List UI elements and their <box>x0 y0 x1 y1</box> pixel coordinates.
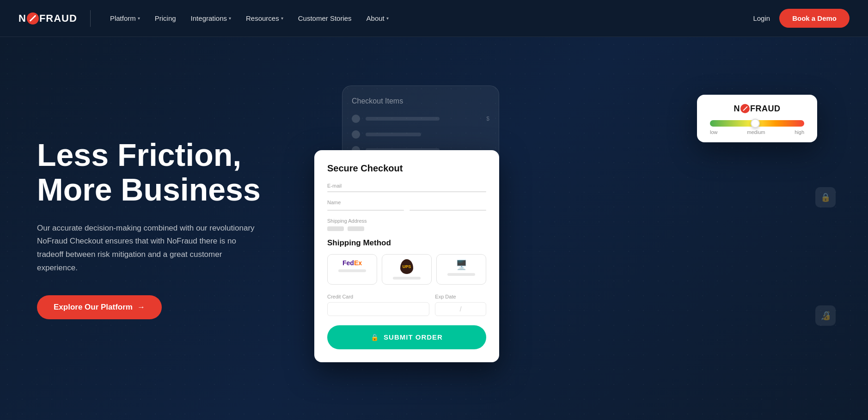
nav-left: N FRAUD Platform ▾ Pricing Integrations … <box>18 10 395 27</box>
shipping-method-title: Shipping Method <box>327 238 486 248</box>
lock-icon-small: 🔒 <box>371 334 379 341</box>
logo[interactable]: N FRAUD <box>18 12 77 24</box>
nav-integrations[interactable]: Integrations ▾ <box>184 11 238 26</box>
addr-box2 <box>348 226 364 231</box>
bg-circle <box>352 130 360 139</box>
chevron-down-icon: ▾ <box>229 16 231 21</box>
book-demo-button[interactable]: Book a Demo <box>779 9 850 28</box>
fraud-meter-dot <box>751 119 760 128</box>
nav-about[interactable]: About ▾ <box>360 11 395 26</box>
credit-card-input[interactable] <box>327 302 429 316</box>
credit-card-label: Credit Card <box>327 294 429 299</box>
bg-mockup-row: $ <box>352 115 489 123</box>
hero-title: Less Friction, More Business <box>37 138 277 207</box>
credit-card-field: Credit Card <box>327 294 429 316</box>
name-field-group: Name <box>327 200 486 211</box>
fraud-logo-icon <box>740 104 750 113</box>
hero-right: Checkout Items $ <box>305 67 831 390</box>
exp-date-input[interactable]: / <box>435 302 486 316</box>
chevron-down-icon: ▾ <box>281 16 283 21</box>
addr-box1 <box>327 226 344 231</box>
bg-line <box>366 133 421 136</box>
nav-right: Login Book a Demo <box>753 9 850 28</box>
name-row <box>327 207 486 211</box>
other-shipping-option[interactable]: 🖥️ <box>436 254 486 285</box>
checkout-title: Secure Checkout <box>327 163 486 174</box>
hero-subtitle: Our accurate decision-making combined wi… <box>37 222 259 275</box>
hero-left: Less Friction, More Business Our accurat… <box>37 138 277 319</box>
chevron-down-icon: ▾ <box>138 16 140 21</box>
ups-option[interactable]: UPS <box>382 254 432 285</box>
lock-icon: 🔒 <box>815 187 836 207</box>
first-name-line <box>327 210 404 211</box>
hero-title-line2: More Business <box>37 172 261 207</box>
fraud-logo-text-no: N <box>734 104 740 114</box>
last-name-line <box>410 210 486 211</box>
nav-customer-stories[interactable]: Customer Stories <box>292 11 358 26</box>
fingerprint-icon: 🔏 <box>815 305 836 326</box>
hero-title-line1: Less Friction, <box>37 137 241 172</box>
fraud-high-label: high <box>795 129 804 135</box>
fraud-meter-bar <box>710 120 804 127</box>
addr-row <box>327 226 486 231</box>
ups-line <box>393 277 421 280</box>
fraud-low-label: low <box>710 129 718 135</box>
bg-mockup-title: Checkout Items <box>352 97 489 105</box>
email-label: E-mail <box>327 183 486 189</box>
checkout-card: Secure Checkout E-mail Name Shipping Add… <box>314 150 499 362</box>
fraud-card-logo: N FRAUD <box>710 104 804 114</box>
name-label: Name <box>327 200 486 205</box>
nav-pricing[interactable]: Pricing <box>148 11 183 26</box>
ship3-line <box>447 273 475 276</box>
fedex-option[interactable]: FedEx <box>327 254 377 285</box>
hero-section: Less Friction, More Business Our accurat… <box>0 37 868 420</box>
logo-no: N <box>18 12 26 24</box>
fraud-meter-labels: low medium high <box>710 129 804 135</box>
fedex-line <box>338 269 366 272</box>
exp-date-label: Exp Date <box>435 294 486 299</box>
nav-resources[interactable]: Resources ▾ <box>239 11 290 26</box>
fedex-logo: FedEx <box>342 259 362 267</box>
fraud-meter-card: N FRAUD low medium high <box>697 95 817 142</box>
ups-logo: UPS <box>400 259 413 274</box>
exp-date-field: Exp Date / <box>435 294 486 316</box>
bg-circle <box>352 115 360 123</box>
bg-line <box>366 117 440 121</box>
fraud-logo-text-fraud: FRAUD <box>750 104 781 114</box>
shipping-address-field-group: Shipping Address <box>327 218 486 231</box>
email-field-line <box>327 191 486 192</box>
ship-icon: 🖥️ <box>456 259 467 270</box>
chevron-down-icon: ▾ <box>386 16 389 21</box>
shipping-address-label: Shipping Address <box>327 218 486 224</box>
login-button[interactable]: Login <box>753 14 770 22</box>
submit-order-button[interactable]: 🔒 SUBMIT ORDER <box>327 325 486 349</box>
shipping-methods: FedEx UPS 🖥️ <box>327 254 486 285</box>
bg-price: $ <box>486 116 489 122</box>
bg-mockup-row <box>352 130 489 139</box>
navbar: N FRAUD Platform ▾ Pricing Integrations … <box>0 0 868 37</box>
nav-links: Platform ▾ Pricing Integrations ▾ Resour… <box>104 11 395 26</box>
fraud-medium-label: medium <box>747 129 765 135</box>
nav-divider <box>90 10 91 27</box>
email-field-group: E-mail <box>327 183 486 192</box>
exp-slash: / <box>460 305 462 313</box>
nav-platform[interactable]: Platform ▾ <box>104 11 147 26</box>
payment-row: Credit Card Exp Date / <box>327 294 486 316</box>
explore-platform-button[interactable]: Explore Our Platform → <box>37 295 162 319</box>
logo-fraud: FRAUD <box>39 12 77 24</box>
logo-icon <box>27 12 39 24</box>
